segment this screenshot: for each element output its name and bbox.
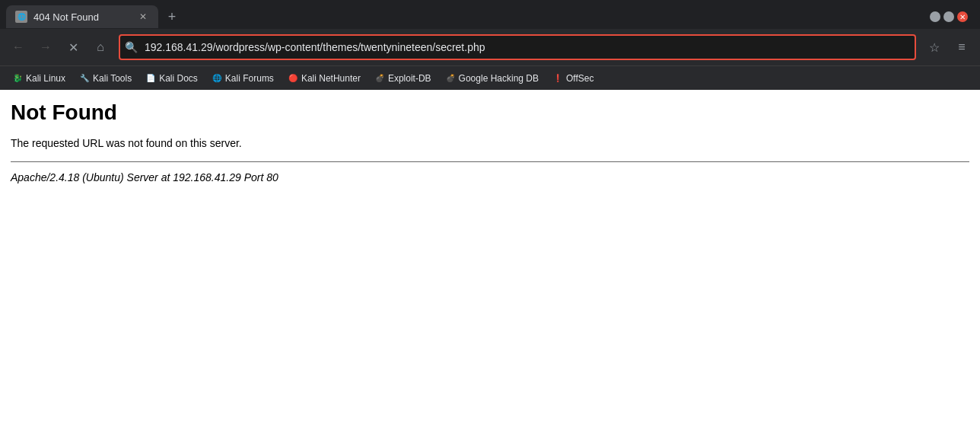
- kali-docs-icon: 📄: [145, 73, 156, 84]
- active-tab[interactable]: 🌐 404 Not Found ✕: [6, 5, 158, 28]
- bookmark-label: Kali Forums: [225, 73, 274, 84]
- offsec-icon: ❗: [552, 73, 563, 84]
- page-divider: [11, 161, 969, 162]
- bookmark-kali-tools[interactable]: 🔧 Kali Tools: [73, 71, 138, 86]
- back-button[interactable]: ←: [6, 35, 30, 59]
- forward-button[interactable]: →: [33, 35, 58, 59]
- bookmark-kali-forums[interactable]: 🌐 Kali Forums: [205, 71, 280, 86]
- bookmark-label: Kali NetHunter: [301, 73, 361, 84]
- bookmark-star-button[interactable]: ☆: [922, 35, 947, 59]
- tab-title: 404 Not Found: [33, 11, 131, 23]
- window-controls: ✕: [930, 11, 974, 22]
- bookmark-label: Kali Docs: [159, 73, 198, 84]
- nav-right-controls: ☆ ≡: [922, 35, 974, 59]
- server-info: Apache/2.4.18 (Ubuntu) Server at 192.168…: [11, 171, 969, 183]
- kali-nethunter-icon: 🔴: [288, 73, 298, 84]
- bookmark-label: Google Hacking DB: [459, 73, 539, 84]
- tab-close-button[interactable]: ✕: [137, 11, 149, 23]
- home-button[interactable]: ⌂: [88, 35, 113, 59]
- page-content: Not Found The requested URL was not foun…: [0, 90, 980, 410]
- google-hacking-db-icon: 💣: [445, 73, 456, 84]
- bookmark-label: Kali Tools: [93, 73, 132, 84]
- address-bar-wrapper: 🔍: [119, 34, 916, 60]
- bookmark-label: OffSec: [566, 73, 593, 84]
- page-description: The requested URL was not found on this …: [11, 137, 969, 149]
- bookmark-label: Kali Linux: [26, 73, 65, 84]
- exploit-db-icon: 💣: [374, 73, 385, 84]
- new-tab-button[interactable]: +: [161, 6, 183, 27]
- bookmark-kali-linux[interactable]: 🐉 Kali Linux: [6, 71, 72, 86]
- bookmark-kali-nethunter[interactable]: 🔴 Kali NetHunter: [282, 71, 367, 86]
- bookmark-label: Exploit-DB: [388, 73, 431, 84]
- search-icon: 🔍: [125, 41, 138, 53]
- bookmark-offsec[interactable]: ❗ OffSec: [546, 71, 600, 86]
- browser-chrome: 🌐 404 Not Found ✕ + ✕ ← → ✕ ⌂ 🔍: [0, 0, 980, 90]
- nav-bar: ← → ✕ ⌂ 🔍 ☆ ≡: [0, 29, 980, 65]
- bookmark-kali-docs[interactable]: 📄 Kali Docs: [139, 71, 204, 86]
- page-title: Not Found: [11, 100, 969, 125]
- bookmark-google-hacking-db[interactable]: 💣 Google Hacking DB: [439, 71, 545, 86]
- kali-linux-icon: 🐉: [12, 73, 23, 84]
- reload-button[interactable]: ✕: [61, 35, 85, 59]
- bookmark-exploit-db[interactable]: 💣 Exploit-DB: [368, 71, 438, 86]
- tab-bar: 🌐 404 Not Found ✕ + ✕: [0, 0, 980, 29]
- kali-tools-icon: 🔧: [79, 73, 90, 84]
- minimize-button[interactable]: [930, 11, 940, 22]
- tab-favicon: 🌐: [15, 11, 27, 23]
- close-button[interactable]: ✕: [957, 11, 968, 22]
- address-bar-input[interactable]: [119, 34, 916, 60]
- bookmarks-bar: 🐉 Kali Linux 🔧 Kali Tools 📄 Kali Docs 🌐 …: [0, 65, 980, 90]
- kali-forums-icon: 🌐: [212, 73, 222, 84]
- maximize-button[interactable]: [943, 11, 954, 22]
- menu-button[interactable]: ≡: [950, 35, 974, 59]
